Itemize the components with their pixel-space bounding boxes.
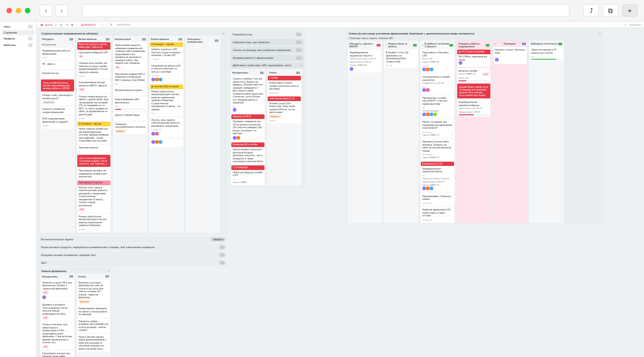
card[interactable]: Вспомогательные задачи xyxy=(114,87,147,96)
card[interactable]: Включить в договор с франчайзи не ответ … xyxy=(77,280,110,305)
card[interactable]: Запустите рекзому в ТГ-каналы для отчёто… xyxy=(530,47,563,61)
card[interactable]: Изучить типы лидов в платной рекламе (ра… xyxy=(77,181,110,213)
card[interactable]: Добавить в алгоритм полоса франшиз после… xyxy=(41,302,74,321)
col-title: Ожидаеь работы подрядчиков xyxy=(458,42,486,48)
card[interactable]: В разделе 'Стать QIa франчайзи' (по реко… xyxy=(385,50,418,68)
card[interactable]: КПИ и документация франшизам что дадим?Ч… xyxy=(41,116,74,128)
card[interactable]: Повысить конверсию продаж франшизам xyxy=(41,106,74,115)
card[interactable]: Сборников игр работы LMT, и получить рез… xyxy=(150,63,183,84)
minimize-window-button[interactable] xyxy=(16,8,21,13)
card[interactable]: Тематика клиенты1 xyxy=(77,145,110,154)
column-done: Вайсрано отчетность⋯ Запустите рекзому в… xyxy=(529,40,564,223)
card[interactable]: РК - ивенты xyxy=(41,61,74,69)
card[interactable]: Включить онлайн Сделать SMART 1/411/15 Ч… xyxy=(457,68,490,83)
card[interactable]: Создать новый продукт на ивенте с другой… xyxy=(77,94,110,121)
card[interactable]: Техника: доска 2/3 в Казахстане. Заказ ч… xyxy=(268,96,301,123)
card[interactable]: Подготовить к Халломчу LMT Контент 0/8 С… xyxy=(421,50,454,73)
section-toggle[interactable]: Свернуть xyxy=(211,238,225,241)
board-title: Стратегические направления (в облаках) xyxy=(41,32,98,35)
card[interactable]: Изучить типы лидов в платной рекламе (ра… xyxy=(150,117,183,138)
card[interactable]: Индивидуальные проработки Берлин Горизон… xyxy=(457,99,490,116)
card[interactable]: Приложение (вызвало бы размещение онлайн… xyxy=(77,168,110,180)
card[interactable]: Привлечение фр в LMT с повышения конверс… xyxy=(77,42,110,59)
tabs-button[interactable]: ⧉ xyxy=(603,4,618,17)
card[interactable]: Новый завок и играть онлайн (зачитались … xyxy=(268,76,301,96)
card[interactable]: Генерация пользовательского контентаПрод… xyxy=(114,121,147,134)
section-title: Индивид работа с франшизами xyxy=(233,57,274,59)
card[interactable]: Размешировать франшизу на сайтах с полос… xyxy=(77,306,110,317)
card[interactable]: Сборные игры онлайн, как тематику котиру… xyxy=(77,60,110,79)
add-button[interactable]: ДОБАВИТЬ xyxy=(79,23,98,26)
card[interactable]: Протестировать несколько фильтров Интекс… xyxy=(231,142,264,164)
board-view-icon[interactable]: ▦ xyxy=(40,23,44,27)
section-bar[interactable]: Вспомогательные задачи Свернуть xyxy=(39,236,227,243)
card[interactable]: Попробовать контекстную изкоадку чепек н… xyxy=(41,351,74,357)
card[interactable]: Набор сборных онлайн игр, как аккумулиру… xyxy=(77,122,110,144)
card[interactable]: Написать в группу FB и какт вертикально … xyxy=(41,280,74,301)
close-window-button[interactable] xyxy=(6,8,12,13)
board-epics: Этапы (в настоящи уточнение франшизам). … xyxy=(346,30,604,225)
card[interactable]: Дорого сложней лидов xyxy=(114,112,147,120)
card[interactable]: Писать в инстаско типа невест/карта в мо… xyxy=(41,322,74,350)
sidebar-item-strategy[interactable]: Стратегия xyxy=(2,30,34,35)
section-bar[interactable]: Продажи продаж (конверсии, средний чек) … xyxy=(39,252,227,258)
card[interactable]: Разработка игр xyxy=(41,70,74,79)
section-bar[interactable]: Перестановка продукта, переработка комме… xyxy=(39,244,227,250)
card[interactable]: Сотрудничество с онлайн-школой Gio Сотру… xyxy=(421,74,454,94)
timeline-view-icon[interactable]: ⊞ xyxy=(64,23,69,27)
toolbar: ▦ Доски ☰ ▤ ⊞ ▣ | ДОБАВИТЬ ⋯ | ⚗ ФИЛЬТРЫ… xyxy=(37,22,644,28)
sidebar-item-inbox[interactable]: Inbox ... xyxy=(2,23,34,30)
card[interactable]: Создать страницу Т.кас для навзхстости. … xyxy=(231,76,264,113)
back-button[interactable]: ‹ xyxy=(40,5,52,17)
sidebar-item-rules[interactable]: Правила ... xyxy=(2,35,34,42)
card[interactable]: Перестановка продукта, изменение коммерч… xyxy=(114,42,147,70)
filter-icon[interactable]: ⚗ xyxy=(109,23,113,27)
card[interactable] xyxy=(150,139,183,147)
card[interactable]: Написать статью: Халломчу 20221 xyxy=(494,47,527,64)
card[interactable]: Увеличение трафика SEO и конверсии оптим… xyxy=(114,71,147,87)
forward-button[interactable]: › xyxy=(55,5,68,17)
banner: Скорей Влага, сказал что в Оставщике для… xyxy=(457,84,490,98)
sidebar-item-templates[interactable]: Шаблоны ... xyxy=(2,42,34,48)
url-bar[interactable] xyxy=(82,4,569,17)
section-title: SEO xyxy=(41,261,47,264)
contacts-icon[interactable]: ☺ xyxy=(623,23,627,27)
card[interactable]: Порядскть цифры штрафов/ цену резервр дл… xyxy=(77,318,110,333)
card[interactable]: Индивидуальные проработки Шахты 0/1 Гори… xyxy=(421,162,454,193)
calendar-view-icon[interactable]: ▣ xyxy=(70,23,75,27)
section-toggle[interactable]: ... xyxy=(219,253,225,257)
filter-button[interactable]: ФИЛЬТРЫ xyxy=(115,23,132,26)
list-view-icon[interactable]: ☰ xyxy=(53,23,58,27)
card[interactable]: Переиминовать 'Сойатив в клинек'Чеклист … xyxy=(421,193,454,206)
card[interactable]: Проверить конверсию игр СИ на разные кол… xyxy=(231,114,264,142)
card[interactable]: Почему 'Lively' уже входил в онлайн рыно… xyxy=(41,92,74,105)
column-waiting: Ожидаеь работы подрядчиков⋯ РЕГУЛРЬку за… xyxy=(456,40,491,223)
card[interactable]: РЕГУЛРЬку замечания ако бонра xyxy=(457,50,490,67)
collapse-icon[interactable]: − xyxy=(223,32,224,35)
view-label: Доски xyxy=(45,23,52,26)
section-toggle[interactable]: ... xyxy=(219,245,225,249)
grid-view-icon[interactable]: ▤ xyxy=(59,23,63,27)
card[interactable]: Разные офис/полоса аккумулирующие платны… xyxy=(150,85,183,116)
card[interactable]: Партнерство с онлайн школой ЕНТ - след ш… xyxy=(421,95,454,118)
card[interactable]: Индивидуальная работа с франшизами⊘0/1 xyxy=(41,48,74,60)
card[interactable]: Перенести ссылку сайта (Иликноу, Таганро… xyxy=(421,139,454,160)
card[interactable]: Набор для ведущих онлайн к МЧ11Сделать S… xyxy=(231,165,264,185)
card[interactable]: Развитие франшизея в Кб через отметь и ч… xyxy=(421,207,454,222)
card[interactable]: Индивидуальные проработки Тольятти Гориз… xyxy=(348,50,381,73)
card[interactable]: Новые франшизы (МЧ, вертикально)⊘8 xyxy=(114,96,147,111)
card[interactable]: Альтернативные методы раскрутки (БМТО, а… xyxy=(77,79,110,92)
column-normal: Нормальные⋯ Перестановка продукта, измен… xyxy=(113,36,148,233)
card[interactable]: Понять как нам сделать новую формулирова… xyxy=(77,334,110,352)
card[interactable]: Разные офис/полоса аккумулирующие платны… xyxy=(77,214,110,232)
card[interactable]: Нанять что-делает для подзарядки для фра… xyxy=(421,119,454,138)
more-icon[interactable]: ⋯ xyxy=(99,23,104,27)
share-button[interactable]: ⤴ xyxy=(583,4,599,17)
section-bar[interactable]: SEO ... xyxy=(39,260,227,266)
column-stages: Этапы⋯ Включить в договор с франчайзи не… xyxy=(76,273,111,357)
new-tab-button[interactable]: + xyxy=(622,4,638,17)
section-toggle[interactable]: ... xyxy=(219,261,225,265)
card[interactable]: Сварить подлность LMT. Прогнать пхоед сл… xyxy=(150,42,183,62)
board-dev: Разработка игр⋯ Сборные игры, как темати… xyxy=(229,30,305,187)
maximize-window-button[interactable] xyxy=(25,8,30,13)
